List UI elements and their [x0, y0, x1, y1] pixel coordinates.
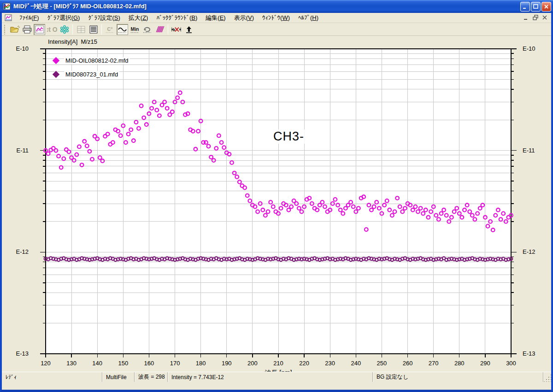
menu-item-2[interactable]: ｸﾞﾗﾌ設定(S): [84, 13, 124, 23]
menu-item-5[interactable]: 編集(E): [201, 13, 229, 23]
graph-view-button[interactable]: [34, 24, 45, 35]
status-bar: ﾚﾃﾞｨMultiFile波長 = 298Intensity = 7.743E-…: [2, 372, 551, 382]
toolbar-separator: [101, 24, 102, 35]
x-tick-label-130: 130: [61, 360, 82, 367]
document-icon: [5, 14, 12, 22]
app-window: MIDﾃﾞｰﾀ処理 - [MIDｸﾞﾗﾌ MID-OIL080812-02.mf…: [0, 0, 553, 392]
status-wavelength: 波長 = 298: [135, 372, 168, 382]
x-tick-label-260: 260: [398, 360, 418, 367]
x-tick-label-190: 190: [217, 360, 237, 367]
toolbar-separator: [168, 24, 168, 35]
chart-canvas[interactable]: [2, 36, 551, 382]
chart-header-label: Intensity[A] M/z15: [48, 38, 97, 45]
menu-item-1[interactable]: ｸﾞﾗﾌ選択(G): [43, 13, 84, 23]
x-tick-label-140: 140: [87, 360, 107, 367]
legend-item-series1[interactable]: MID-OIL080812-02.mfd: [53, 53, 130, 67]
toolbar: [object Object]C°Mink: [2, 23, 551, 36]
menu-items: ﾌｧｲﾙ(F)ｸﾞﾗﾌ選択(G)ｸﾞﾗﾌ設定(S)拡大(Z)ﾊﾞｯｸｸﾞﾗｳﾝﾄ…: [15, 13, 323, 23]
graph-client-area: Intensity[A] M/z15 E-10E-10E-11E-11E-12E…: [2, 36, 551, 382]
mdi-minimize-button[interactable]: [522, 14, 530, 21]
x-tick-label-290: 290: [475, 360, 495, 367]
y-tick-label-right-e-10: E-10: [523, 45, 544, 52]
mdi-close-button[interactable]: [541, 14, 548, 21]
legend-label-series1: MID-OIL080812-02.mfd: [64, 57, 130, 64]
temperature-axis-button: C°: [104, 24, 116, 35]
menu-item-8[interactable]: ﾍﾙﾌﾟ(H): [294, 13, 323, 22]
maximize-button[interactable]: [531, 2, 541, 12]
resize-grip[interactable]: [543, 374, 551, 382]
app-icon: [3, 2, 11, 11]
close-button[interactable]: [541, 2, 551, 12]
status-ready: ﾚﾃﾞｨ: [2, 372, 102, 382]
y-tick-label-left-e-11: E-11: [7, 147, 29, 154]
x-tick-label-210: 210: [268, 360, 288, 367]
toolbar-items: [object Object]C°Mink: [8, 24, 195, 35]
legend-label-series2: MID080723_01.mfd: [64, 71, 119, 78]
legend-item-series2[interactable]: MID080723_01.mfd: [53, 67, 130, 81]
redraw-button[interactable]: [141, 24, 153, 35]
y-tick-label-right-e-11: E-11: [523, 147, 544, 154]
x-tick-label-270: 270: [424, 360, 444, 367]
x-tick-label-250: 250: [371, 360, 392, 367]
x-tick-label-280: 280: [449, 360, 470, 367]
series1-diamond-icon: [53, 57, 60, 64]
status-mode: MultiFile: [102, 372, 135, 382]
x-tick-label-220: 220: [294, 360, 314, 367]
x-tick-label-200: 200: [242, 360, 263, 367]
x-tick-label-170: 170: [165, 360, 185, 367]
menu-item-4[interactable]: ﾊﾞｯｸｸﾞﾗｳﾝﾄﾞ(B): [152, 13, 201, 22]
menu-bar: ﾌｧｲﾙ(F)ｸﾞﾗﾌ選択(G)ｸﾞﾗﾌ設定(S)拡大(Z)ﾊﾞｯｸｸﾞﾗｳﾝﾄ…: [2, 13, 551, 23]
mdi-controls: [522, 14, 548, 21]
chart-legend: MID-OIL080812-02.mfd MID080723_01.mfd: [53, 53, 130, 81]
x-tick-label-180: 180: [191, 360, 211, 367]
chart-annotation: CH3-: [271, 129, 306, 144]
status-bg: BG 設定なし: [373, 372, 543, 382]
y-tick-label-left-e-10: E-10: [7, 45, 29, 52]
toolbar-grip[interactable]: [4, 24, 6, 35]
title-bar[interactable]: MIDﾃﾞｰﾀ処理 - [MIDｸﾞﾗﾌ MID-OIL080812-02.mf…: [0, 0, 553, 13]
x-tick-label-230: 230: [320, 360, 340, 367]
table-view-button: [75, 24, 87, 35]
marker-display-button[interactable]: [59, 24, 70, 35]
window-title: MIDﾃﾞｰﾀ処理 - [MIDｸﾞﾗﾌ MID-OIL080812-02.mf…: [13, 2, 520, 11]
svg-text:[object Object]: [object Object]: [47, 26, 57, 33]
series2-diamond-icon: [53, 70, 60, 78]
background-set-button[interactable]: [154, 24, 165, 35]
x-tick-label-160: 160: [139, 360, 159, 367]
mdi-restore-button[interactable]: [531, 14, 539, 21]
x-tick-label-120: 120: [35, 360, 56, 367]
menu-item-0[interactable]: ﾌｧｲﾙ(F): [15, 13, 43, 22]
min-axis-button[interactable]: Min: [129, 24, 141, 35]
intensity-axis-button: [object Object]: [46, 24, 58, 35]
minimize-button[interactable]: [520, 2, 530, 12]
y-tick-label-right-e-13: E-13: [523, 350, 544, 357]
menu-item-7[interactable]: ｳｨﾝﾄﾞｳ(W): [258, 13, 294, 22]
y-tick-label-left-e-13: E-13: [7, 350, 29, 357]
x-tick-label-300: 300: [501, 360, 521, 367]
svg-text:C°: C°: [107, 26, 113, 31]
menu-item-3[interactable]: 拡大(Z): [124, 13, 153, 23]
print-button[interactable]: [21, 24, 33, 35]
toolbar-separator: [72, 24, 73, 35]
status-intensity: Intensity = 7.743E-12: [168, 372, 373, 382]
menu-item-6[interactable]: 表示(V): [230, 13, 258, 23]
x-tick-label-240: 240: [346, 360, 366, 367]
open-button[interactable]: [9, 24, 20, 35]
window-frame: ﾌｧｲﾙ(F)ｸﾞﾗﾌ選択(G)ｸﾞﾗﾌ設定(S)拡大(Z)ﾊﾞｯｸｸﾞﾗｳﾝﾄ…: [0, 13, 553, 392]
export-up-button[interactable]: [183, 24, 194, 35]
svg-text:Min: Min: [130, 26, 139, 31]
x-tick-label-150: 150: [113, 360, 133, 367]
wave-axis-button[interactable]: [117, 24, 128, 35]
y-tick-label-left-e-12: E-12: [7, 248, 29, 255]
delete-range-button[interactable]: k: [171, 24, 182, 35]
data-list-button[interactable]: [88, 24, 99, 35]
y-tick-label-right-e-12: E-12: [523, 248, 544, 255]
